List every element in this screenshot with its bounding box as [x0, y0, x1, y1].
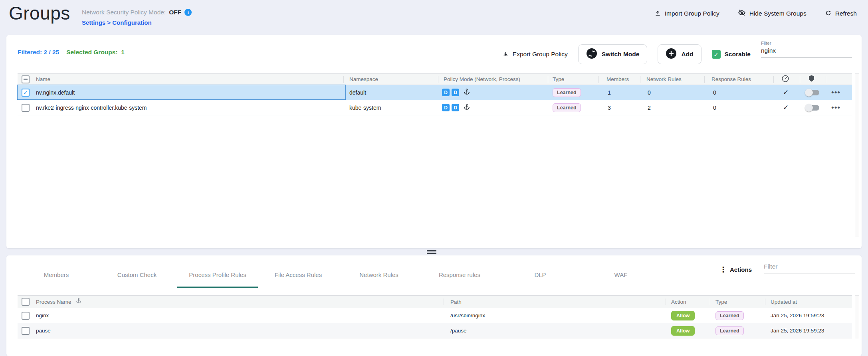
column-header-type[interactable]: Type — [715, 296, 727, 308]
column-divider — [598, 76, 599, 83]
filtered-count: Filtered: 2 / 25 — [18, 49, 59, 56]
process-rules-table: Process Name Path Action Type Updated at… — [18, 295, 852, 338]
anchor-icon — [463, 88, 470, 97]
detail-tabs-bar: Members Custom Check Process Profile Rul… — [6, 255, 862, 288]
process-row-pause[interactable]: pause /pause Allow Learned Jan 25, 2026 … — [18, 323, 852, 338]
column-divider — [800, 76, 800, 83]
tab-dlp[interactable]: DLP — [500, 263, 581, 288]
column-header-response-rules[interactable]: Response Rules — [711, 74, 751, 85]
column-header-policy-mode[interactable]: Policy Mode (Network, Process) — [444, 74, 520, 85]
policy-mode-value: OFF — [169, 9, 181, 16]
network-mode-badge: D — [442, 104, 450, 111]
column-divider — [640, 76, 640, 83]
scorable-check-icon: ✓ — [783, 103, 789, 112]
vertical-scrollbar[interactable] — [855, 73, 859, 237]
row-checkbox[interactable] — [22, 89, 30, 97]
tab-network-rules[interactable]: Network Rules — [339, 263, 419, 288]
export-group-policy-button[interactable]: Export Group Policy — [502, 50, 568, 59]
column-divider — [444, 299, 444, 305]
response-rules-count: 0 — [713, 105, 716, 111]
switch-mode-button[interactable]: Switch Mode — [578, 44, 648, 64]
scorable-check-icon: ✓ — [783, 88, 789, 97]
anchor-icon — [463, 103, 470, 112]
group-row-nv-nginx-default[interactable]: nv.nginx.default default D D Learned 1 0… — [18, 85, 852, 100]
column-divider — [826, 76, 826, 83]
column-header-action[interactable]: Action — [671, 296, 686, 308]
process-name: pause — [36, 328, 51, 334]
group-row-nv-rke2-ingress-nginx-controller[interactable]: nv.rke2-ingress-nginx-controller.kube-sy… — [18, 100, 852, 115]
column-header-name[interactable]: Name — [36, 74, 50, 85]
tab-process-profile-rules[interactable]: Process Profile Rules — [177, 263, 258, 288]
updated-at: Jan 25, 2026 19:59:23 — [771, 312, 824, 318]
hide-system-groups-label: Hide System Groups — [749, 10, 807, 17]
groups-filter-input[interactable] — [761, 46, 852, 57]
group-detail-card: Members Custom Check Process Profile Rul… — [6, 255, 862, 356]
export-group-policy-label: Export Group Policy — [513, 51, 568, 58]
protect-toggle[interactable] — [806, 105, 819, 111]
row-checkbox[interactable] — [22, 312, 30, 320]
process-table-header: Process Name Path Action Type Updated at — [18, 295, 852, 308]
row-checkbox[interactable] — [22, 104, 30, 112]
plus-circle-icon — [666, 48, 677, 61]
detail-filter-input[interactable] — [764, 262, 855, 273]
kebab-icon: ⋮ — [719, 266, 727, 273]
groups-table: Name Namespace Policy Mode (Network, Pro… — [18, 73, 852, 115]
import-group-policy-button[interactable]: Import Group Policy — [654, 10, 719, 18]
column-header-network-rules[interactable]: Network Rules — [646, 74, 682, 85]
refresh-button[interactable]: Refresh — [825, 10, 857, 18]
process-path: /usr/sbin/nginx — [450, 312, 485, 318]
type-badge: Learned — [715, 311, 744, 320]
column-divider — [710, 299, 710, 305]
process-mode-badge: D — [452, 89, 459, 96]
tab-response-rules[interactable]: Response rules — [419, 263, 500, 288]
network-rules-count: 0 — [648, 89, 651, 96]
refresh-label: Refresh — [835, 10, 857, 17]
import-group-policy-label: Import Group Policy — [665, 10, 719, 17]
shield-icon — [808, 74, 815, 84]
tab-file-access-rules[interactable]: File Access Rules — [258, 263, 339, 288]
group-namespace: default — [349, 89, 366, 96]
column-header-updated-at[interactable]: Updated at — [771, 296, 797, 308]
row-menu-button[interactable]: ••• — [831, 104, 840, 111]
column-header-members[interactable]: Members — [606, 74, 629, 85]
column-divider — [438, 76, 438, 83]
row-checkbox[interactable] — [22, 327, 30, 335]
split-drag-handle[interactable] — [427, 250, 436, 254]
row-menu-button[interactable]: ••• — [831, 89, 840, 96]
process-name: nginx — [36, 312, 49, 318]
hide-system-groups-button[interactable]: Hide System Groups — [738, 9, 807, 18]
process-row-nginx[interactable]: nginx /usr/sbin/nginx Allow Learned Jan … — [18, 308, 852, 323]
column-header-path[interactable]: Path — [450, 296, 462, 308]
select-all-checkbox[interactable] — [22, 298, 30, 306]
column-header-namespace[interactable]: Namespace — [349, 74, 378, 85]
column-divider — [548, 76, 548, 83]
group-namespace: kube-system — [349, 105, 381, 111]
select-all-checkbox[interactable] — [22, 75, 30, 83]
add-button[interactable]: Add — [658, 44, 701, 64]
policy-mode-label: Network Security Policy Mode: — [82, 9, 166, 16]
column-header-process-name[interactable]: Process Name — [36, 296, 82, 308]
type-badge: Learned — [715, 326, 744, 335]
eye-off-icon — [738, 9, 746, 18]
column-divider — [773, 76, 774, 83]
network-rules-count: 2 — [648, 105, 651, 111]
protect-toggle[interactable] — [806, 90, 819, 95]
tab-members[interactable]: Members — [16, 263, 97, 288]
column-header-type[interactable]: Type — [553, 74, 564, 85]
group-name: nv.nginx.default — [36, 89, 75, 96]
column-header-protect[interactable] — [808, 74, 815, 85]
filter-label: Filter — [761, 41, 852, 45]
breadcrumb-settings-configuration[interactable]: Settings > Configuration — [82, 19, 152, 26]
info-icon[interactable]: i — [184, 9, 192, 16]
scorable-checkbox[interactable] — [712, 50, 721, 59]
column-header-scorable[interactable] — [781, 74, 790, 85]
column-divider — [666, 299, 666, 305]
column-divider — [765, 299, 765, 305]
column-divider — [343, 76, 344, 83]
tab-custom-check[interactable]: Custom Check — [97, 263, 177, 288]
gauge-icon — [781, 74, 790, 85]
actions-menu-button[interactable]: ⋮ Actions — [719, 266, 752, 273]
group-name: nv.rke2-ingress-nginx-controller.kube-sy… — [36, 105, 147, 111]
tab-waf[interactable]: WAF — [581, 263, 661, 288]
vertical-scrollbar[interactable] — [855, 295, 859, 339]
